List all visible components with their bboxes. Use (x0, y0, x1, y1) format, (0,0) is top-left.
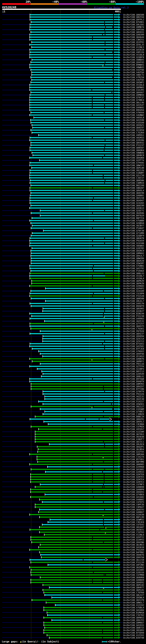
hit-label[interactable]: UniRef100_Q9M7K5 (123, 383, 146, 385)
hit-label[interactable]: UniRef100_A7PX95 (123, 162, 146, 164)
hit-bar[interactable] (40, 353, 119, 354)
hit-bar[interactable] (35, 431, 119, 432)
hit-label[interactable]: UniRef100_Q9ZRC9 (123, 250, 146, 252)
hit-bar[interactable] (31, 32, 119, 33)
hit-label[interactable]: UniRef100_B9N8H1 (123, 64, 146, 66)
hit-bar[interactable] (30, 104, 119, 106)
hit-label[interactable]: UniRef100_Q6B7I5 (123, 627, 146, 629)
hit-label[interactable]: UniRef100_Q330J7 (123, 310, 146, 312)
hit-bar[interactable] (45, 396, 119, 397)
hit-bar[interactable] (30, 318, 119, 319)
hit-bar[interactable] (45, 411, 119, 412)
hit-bar[interactable] (31, 260, 119, 261)
hit-bar[interactable] (30, 378, 119, 380)
hit-bar[interactable] (45, 627, 119, 628)
hit-label[interactable]: UniRef100_B9T829 (123, 214, 146, 217)
hit-label[interactable]: UniRef100_P07920 (123, 330, 146, 332)
hit-bar[interactable] (30, 346, 119, 347)
hit-label[interactable]: UniRef100_Q68VK0 (123, 576, 146, 579)
hit-label[interactable]: UniRef100_B7U9D1 (123, 21, 146, 23)
hit-label[interactable]: UniRef100_Q6LC46 (123, 102, 146, 104)
hit-label[interactable]: UniRef100_A1INL6 (123, 534, 146, 536)
hit-bar[interactable] (30, 454, 119, 455)
hit-bar[interactable] (30, 381, 119, 382)
hit-label[interactable]: UniRef100_C9E3E8 (123, 521, 146, 524)
hit-bar[interactable] (43, 404, 118, 404)
hit-label[interactable]: UniRef100_Q94JL7 (123, 255, 146, 257)
hit-label[interactable]: UniRef100_A2IBP3 (123, 368, 146, 370)
hit-bar[interactable] (32, 74, 119, 76)
hit-bar[interactable] (30, 16, 119, 18)
hit-label[interactable]: UniRef100_Q9M4U2 (123, 252, 146, 254)
hit-label[interactable]: UniRef100_C6TMZ4 (123, 426, 146, 428)
hit-bar[interactable] (31, 383, 119, 384)
hit-label[interactable]: UniRef100_O64946 (123, 212, 146, 214)
hit-label[interactable]: UniRef100_Q43613 (123, 207, 146, 209)
hit-bar[interactable] (31, 212, 119, 214)
hit-bar[interactable] (30, 549, 119, 550)
hit-bar[interactable] (30, 24, 119, 25)
hit-label[interactable]: UniRef100_O65378 (123, 599, 146, 601)
hit-label[interactable]: UniRef100_A1E2R5 (123, 89, 146, 91)
hit-label[interactable]: UniRef100_A1INL5 (123, 46, 146, 48)
hit-label[interactable]: UniRef100_O24109 (123, 290, 146, 292)
hit-label[interactable]: UniRef100_Q43581 (123, 345, 146, 348)
hit-label[interactable]: UniRef100_Q7Y257 (123, 322, 146, 325)
hit-bar[interactable] (32, 59, 119, 60)
hit-bar[interactable] (43, 414, 118, 415)
hit-label[interactable]: UniRef100_Q2KTE4 (123, 478, 146, 481)
hit-label[interactable]: UniRef100_Q39683 (123, 285, 146, 287)
hit-label[interactable]: UniRef100_A8IM33 (123, 136, 146, 139)
hit-bar[interactable] (30, 120, 119, 120)
hit-label[interactable]: UniRef100_Q08LX3 (123, 272, 146, 274)
hit-bar[interactable] (31, 270, 119, 272)
hit-bar[interactable] (30, 187, 119, 188)
hit-bar[interactable] (45, 494, 118, 495)
hit-bar[interactable] (31, 253, 119, 254)
hit-label[interactable]: UniRef100_Q2PXP2 (123, 288, 146, 290)
hit-bar[interactable] (30, 14, 119, 15)
hit-label[interactable]: UniRef100_P93269 (123, 549, 146, 551)
hit-bar[interactable] (32, 600, 119, 600)
hit-label[interactable]: UniRef100_Q53AS3 (123, 355, 146, 358)
hit-label[interactable]: UniRef100_Q7XBE5 (123, 410, 146, 413)
hit-bar[interactable] (38, 547, 118, 548)
hit-label[interactable]: UniRef100_Q70Y38 (123, 230, 146, 232)
hit-label[interactable]: UniRef100_Q08508 (123, 298, 146, 300)
hit-label[interactable]: UniRef100_Q9LRC0 (123, 443, 146, 446)
hit-bar[interactable] (31, 69, 119, 70)
hit-label[interactable]: UniRef100_C0P6X7 (123, 506, 146, 508)
hit-bar[interactable] (47, 614, 119, 616)
hit-label[interactable]: UniRef100_A5I8L6 (123, 84, 146, 86)
hit-bar[interactable] (38, 401, 118, 402)
hit-bar[interactable] (44, 630, 119, 631)
hit-bar[interactable] (34, 117, 119, 118)
hit-bar[interactable] (35, 504, 119, 505)
hit-bar[interactable] (30, 285, 119, 286)
hit-label[interactable]: UniRef100_A1EGX0 (123, 122, 146, 124)
hit-label[interactable]: UniRef100_B4FRN2 (123, 551, 146, 554)
hit-label[interactable]: UniRef100_O24108 (123, 242, 146, 244)
hit-bar[interactable] (30, 476, 119, 478)
hit-label[interactable]: UniRef100_Q0J1C1 (123, 441, 146, 443)
hit-label[interactable]: UniRef100_C7U1K1 (123, 328, 146, 330)
hit-label[interactable]: UniRef100_Q9M4U7 (123, 622, 146, 624)
hit-label[interactable]: UniRef100_B8BCI9 (123, 416, 146, 418)
hit-bar[interactable] (31, 306, 119, 306)
hit-label[interactable]: UniRef100_O82126 (123, 169, 146, 172)
hit-bar[interactable] (30, 333, 119, 334)
hit-label[interactable]: UniRef100_O48882 (123, 498, 146, 501)
hit-bar[interactable] (45, 300, 119, 302)
hit-bar[interactable] (30, 110, 119, 110)
hit-label[interactable]: UniRef100_Q2QDG0 (123, 222, 146, 224)
hit-bar[interactable] (30, 89, 119, 90)
hit-label[interactable]: UniRef100_Q9FPL2 (123, 18, 146, 21)
hit-bar[interactable] (32, 232, 119, 234)
hit-label[interactable]: UniRef100_C0PFZ6 (123, 504, 146, 506)
hit-label[interactable]: UniRef100_Q9LEB1 (123, 24, 146, 26)
hit-label[interactable]: UniRef100_Q6H237 (123, 332, 146, 335)
hit-label[interactable]: UniRef100_Q39705 (123, 247, 146, 250)
hit-bar[interactable] (40, 215, 119, 216)
hit-bar[interactable] (31, 426, 119, 427)
hit-label[interactable]: UniRef100_Q00985 (123, 463, 146, 466)
